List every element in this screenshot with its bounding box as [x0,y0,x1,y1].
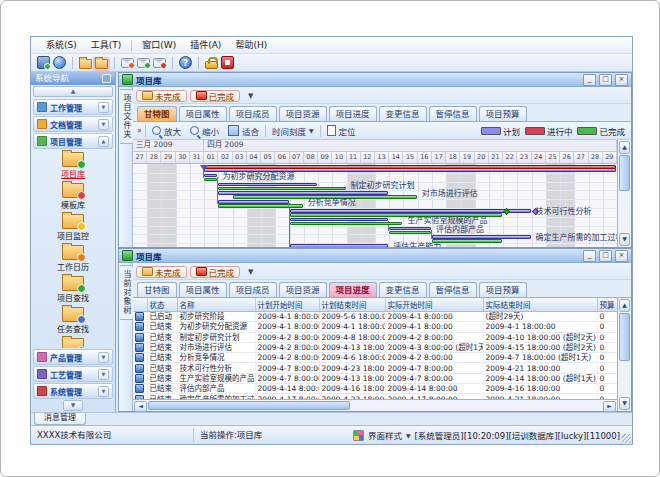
zoom-in-button[interactable]: 放大 [149,124,184,138]
column-header-计划结束时间[interactable]: 计划结束时间 [319,298,385,312]
scroll-left-arrow[interactable]: ◄ [134,401,147,412]
tab-变更信息[interactable]: 变更信息 [379,106,427,121]
close-button[interactable]: × [615,250,628,262]
tab-甘特图[interactable]: 甘特图 [137,282,177,297]
table-horizontal-scrollbar[interactable]: ◄ ► [133,399,617,411]
zoom-out-button[interactable]: 缩小 [187,124,222,138]
column-header-预算[interactable]: 预算 [597,298,617,312]
menu-item-2[interactable]: 工具(T) [84,38,129,52]
sidebar-group-工作管理[interactable]: 工作管理▼ [33,99,113,115]
tab-项目预算[interactable]: 项目预算 [479,106,527,121]
more-options-icon[interactable]: ▼ [248,268,253,276]
fit-button[interactable]: 适合 [225,124,262,138]
table-row[interactable]: 已结束评估内部产品2009-4-14 8:00:002009-4-16 18:0… [133,384,617,394]
gantt-bar-actual[interactable] [290,222,403,226]
tab-项目属性[interactable]: 项目属性 [179,282,227,297]
gantt-bar-plan[interactable] [204,174,217,178]
column-header-实际结束时间[interactable]: 实际结束时间 [483,298,597,312]
filter-button-已完成[interactable]: 已完成 [190,266,241,278]
tab-项目预算[interactable]: 项目预算 [479,282,527,297]
sidebar-scroll-down-button[interactable]: ▼ [63,400,83,411]
minimize-button[interactable]: _ [583,74,596,86]
locate-button[interactable]: 定位 [324,124,359,138]
tab-项目属性[interactable]: 项目属性 [179,106,227,121]
column-header-实际开始时间[interactable]: 实际开始时间 [385,298,483,312]
maximize-button[interactable]: □ [599,74,612,86]
project-folder-sidetab[interactable]: 项目文件夹 [120,89,134,144]
tab-暂停信息[interactable]: 暂停信息 [429,282,477,297]
gantt-bar-actual[interactable] [432,239,502,243]
sidebar-item-项目库[interactable]: 项目库 [61,150,85,181]
scroll-down-arrow[interactable]: ▼ [619,397,630,410]
maximize-button[interactable]: □ [599,250,612,262]
object-tree-sidetab[interactable]: 当前对象树 [120,265,134,320]
sidebar-item-项目文档查找[interactable]: 项目文档查找 [49,336,97,348]
gantt-bar-plan[interactable] [432,235,531,239]
scroll-up-arrow[interactable]: ▲ [619,299,630,312]
mail-new-icon[interactable] [121,58,134,68]
minimize-button[interactable]: _ [583,250,596,262]
scroll-up-arrow[interactable]: ▲ [619,141,630,154]
menu-item-5[interactable]: 帮助(H) [228,38,274,52]
filter-button-未完成[interactable]: 未完成 [136,90,187,102]
tab-甘特图[interactable]: 甘特图 [137,106,177,121]
gantt-bar-summary-active[interactable] [204,165,616,169]
sidebar-item-模板库[interactable]: 模板库 [61,181,85,212]
scroll-thumb[interactable] [619,155,630,191]
scroll-thumb[interactable] [148,401,350,410]
scroll-down-arrow[interactable]: ▼ [619,233,630,246]
menu-item-1[interactable]: 系统(S) [39,38,84,52]
filter-button-未完成[interactable]: 未完成 [136,266,187,278]
mail-delete-icon[interactable] [153,58,166,68]
scroll-right-arrow[interactable]: ► [603,401,616,412]
sidebar-group-产品管理[interactable]: 产品管理▼ [33,349,113,365]
filter-button-已完成[interactable]: 已完成 [190,90,241,102]
chevron-down-icon[interactable]: ▼ [98,386,109,397]
tab-变更信息[interactable]: 变更信息 [379,282,427,297]
table-vertical-scrollbar[interactable]: ▲ ▼ [617,298,631,411]
folder-save-icon[interactable] [95,59,108,69]
sidebar-item-任务查找[interactable]: 任务查找 [57,305,89,336]
gantt-bar-plan[interactable] [218,183,317,187]
scroll-thumb[interactable] [619,313,630,361]
sidebar-item-项目监控[interactable]: 项目监控 [57,212,89,243]
gantt-vertical-scrollbar[interactable]: ▲ ▼ [617,140,631,247]
column-header-名称[interactable]: 名称 [177,298,255,312]
column-header-计划开始时间[interactable]: 计划开始时间 [255,298,319,312]
menu-item-3[interactable]: 窗口(W) [135,38,183,52]
tab-项目进度[interactable]: 项目进度 [329,282,377,297]
tab-暂停信息[interactable]: 暂停信息 [429,106,477,121]
column-header-状态[interactable]: 状态 [147,298,177,312]
gantt-bar-plan[interactable] [290,244,389,247]
sidebar-item-项目查找[interactable]: 项目查找 [57,274,89,305]
gantt-bar-actual[interactable] [218,187,345,191]
gantt-bar-plan[interactable] [290,218,389,222]
gantt-bar-actual[interactable] [218,204,302,208]
sidebar-group-系统管理[interactable]: 系统管理▼ [33,383,113,399]
table-row[interactable]: 已启动初步研究阶段2009-4-1 8:00:002009-5-6 18:00:… [133,312,617,322]
interface-style-dropdown[interactable]: 界面样式 [368,429,402,441]
table-row[interactable]: 已结束对市场进行评估2009-4-2 8:00:002009-4-13 18:0… [133,342,617,352]
tab-项目成员[interactable]: 项目成员 [229,282,277,297]
folder-open-icon[interactable] [79,59,92,69]
pin-icon[interactable] [102,74,111,83]
chevron-up-icon[interactable]: ▲ [98,136,109,147]
gantt-bar-plan[interactable] [218,191,388,195]
table-row[interactable]: 已结束技术可行性分析2009-4-7 8:00:002009-4-23 18:0… [133,363,617,373]
table-row[interactable]: 已结束制定初步研究计划2009-4-2 8:00:002009-4-8 18:0… [133,332,617,342]
sidebar-group-项目管理[interactable]: 项目管理▲ [33,133,113,149]
sidebar-group-工艺管理[interactable]: 工艺管理▼ [33,366,113,382]
sidebar-item-工作日历[interactable]: 工作日历 [57,243,89,274]
mail-audit-icon[interactable] [137,58,150,68]
gantt-bar-plan[interactable] [389,227,431,231]
sidebar-group-文档管理[interactable]: 文档管理▼ [33,116,113,132]
table-row[interactable]: 已结束分析竞争情况2009-4-2 8:00:002009-4-6 18:00:… [133,353,617,363]
lock-icon[interactable] [205,61,218,69]
tab-项目进度[interactable]: 项目进度 [329,106,377,121]
tab-项目资源[interactable]: 项目资源 [279,106,327,121]
toolbar-overflow-icon[interactable]: » [137,126,142,135]
gantt-bar-plan[interactable] [218,200,288,204]
chevron-down-icon[interactable]: ▼ [98,102,109,113]
table-row[interactable]: 已结束生产实验室规模的产品2009-4-7 8:00:002009-4-13 1… [133,373,617,383]
tab-项目资源[interactable]: 项目资源 [279,282,327,297]
